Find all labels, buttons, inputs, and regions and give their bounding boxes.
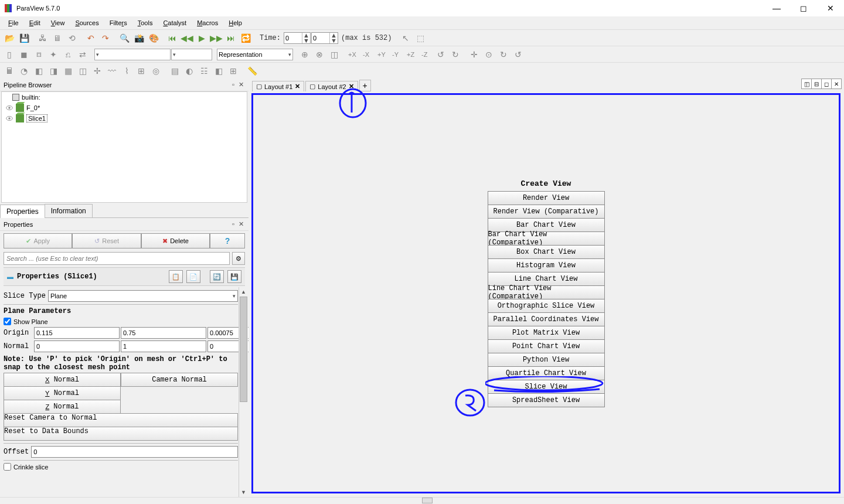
reload-props-icon[interactable]: 🔄: [210, 270, 224, 283]
menu-catalyst[interactable]: Catalyst: [158, 18, 191, 28]
origin-x-input[interactable]: [34, 327, 120, 339]
time-value-spinner[interactable]: ▲▼: [284, 32, 311, 44]
mesh-icon[interactable]: ⊞: [226, 64, 240, 78]
offset-input[interactable]: [31, 446, 238, 458]
close-button[interactable]: ✕: [817, 0, 844, 16]
vcr-back-icon[interactable]: ◀◀: [180, 31, 194, 45]
split-h-icon[interactable]: ◫: [801, 79, 812, 89]
select-points-icon[interactable]: ↖: [399, 31, 413, 45]
reset-camera-icon[interactable]: ⊕: [298, 47, 312, 62]
vcr-first-icon[interactable]: ⏮: [165, 31, 179, 45]
find-data-icon[interactable]: 🔍: [117, 31, 131, 45]
save-props-icon[interactable]: 💾: [227, 270, 241, 283]
minus-z-icon[interactable]: -Z: [419, 47, 433, 62]
stream-icon[interactable]: 〰: [105, 64, 119, 78]
menu-view[interactable]: View: [46, 18, 70, 28]
settings-gear-icon[interactable]: ⚙: [232, 252, 245, 265]
view-btn-quartile[interactable]: Quartile Chart View: [488, 366, 605, 380]
viewport[interactable]: Create View Render View Render View (Com…: [251, 93, 840, 493]
properties-float-icon[interactable]: ▫: [232, 220, 236, 227]
copy-icon[interactable]: 📋: [169, 270, 183, 283]
pipeline-item-f0[interactable]: F_0*: [2, 103, 247, 113]
pipeline-item-builtin[interactable]: builtin:: [2, 92, 247, 103]
reset-center-icon[interactable]: ⊙: [482, 47, 496, 62]
layout1-close-icon[interactable]: ✕: [295, 83, 300, 90]
slice-icon[interactable]: ◨: [46, 64, 60, 78]
zoom-to-data-icon[interactable]: ⊗: [312, 47, 326, 62]
origin-y-input[interactable]: [121, 327, 206, 339]
tool-b-icon[interactable]: ⇄: [76, 47, 90, 62]
minimize-button[interactable]: ―: [763, 0, 790, 16]
properties-scroll[interactable]: Slice Type Plane Plane Parameters Show P…: [0, 287, 249, 497]
vcr-fwd-icon[interactable]: ▶▶: [209, 31, 223, 45]
clip-icon[interactable]: ◧: [32, 64, 46, 78]
group-icon[interactable]: ⊞: [134, 64, 148, 78]
menu-file[interactable]: File: [4, 18, 23, 28]
component-combo[interactable]: [171, 49, 212, 60]
time-index-spinner[interactable]: ▲▼: [311, 32, 338, 44]
menu-sources[interactable]: Sources: [70, 18, 103, 28]
pipeline-item-slice[interactable]: Slice1: [2, 113, 247, 124]
redo-icon[interactable]: ↷: [98, 31, 113, 45]
pipeline-float-icon[interactable]: ▫: [232, 81, 236, 88]
disconnect-icon[interactable]: 🖥: [50, 31, 64, 45]
rot-cw-icon[interactable]: ↻: [448, 47, 462, 62]
connect-icon[interactable]: 🖧: [36, 31, 50, 45]
view-btn-python[interactable]: Python View: [488, 353, 605, 367]
view-btn-histogram[interactable]: Histogram View: [488, 258, 605, 273]
view-btn-render[interactable]: Render View: [488, 191, 605, 205]
pipeline-close-icon[interactable]: ✕: [239, 81, 245, 88]
view-btn-render-comp[interactable]: Render View (Comparative): [488, 205, 605, 219]
screenshot-icon[interactable]: 📸: [132, 31, 146, 45]
undo-icon[interactable]: ↶: [84, 31, 98, 45]
properties-section-header[interactable]: ▬ Properties (Slice1) 📋 📄 🔄 💾: [4, 267, 245, 286]
plus-y-icon[interactable]: +Y: [375, 47, 389, 62]
glyph2-icon[interactable]: ✢: [90, 64, 104, 78]
menu-filters[interactable]: Filters: [105, 18, 132, 28]
menu-edit[interactable]: Edit: [25, 18, 45, 28]
layout2-close-icon[interactable]: ✕: [349, 83, 354, 90]
splitter-grip[interactable]: [422, 498, 433, 503]
rotate-a-icon[interactable]: ↻: [496, 47, 511, 62]
close-view-icon[interactable]: ✕: [831, 79, 842, 89]
apply-button[interactable]: ✔Apply: [4, 233, 72, 248]
outline-icon[interactable]: ▯: [2, 47, 16, 62]
contour-icon[interactable]: ◔: [17, 64, 31, 78]
show-plane-checkbox[interactable]: Show Plane: [4, 318, 238, 325]
vcr-loop-icon[interactable]: 🔁: [239, 31, 253, 45]
x-normal-button[interactable]: X Normal: [4, 373, 121, 387]
legend-icon[interactable]: ☷: [197, 64, 211, 78]
help-button[interactable]: ?: [210, 233, 245, 248]
vcr-last-icon[interactable]: ⏭: [224, 31, 238, 45]
visibility-icon[interactable]: [5, 104, 13, 112]
split-v-icon[interactable]: ⊟: [811, 79, 822, 89]
view-btn-plotmatrix[interactable]: Plot Matrix View: [488, 326, 605, 340]
add-layout-button[interactable]: +: [359, 80, 371, 91]
view-btn-bar-comp[interactable]: Bar Chart View (Comparative): [488, 231, 605, 246]
view-btn-ortho[interactable]: Orthographic Slice View: [488, 299, 605, 313]
rotate-b-icon[interactable]: ↺: [511, 47, 525, 62]
view-btn-line-comp[interactable]: Line Chart View (Comparative): [488, 285, 605, 299]
minus-y-icon[interactable]: -Y: [390, 47, 404, 62]
scalar-icon[interactable]: ◧: [212, 64, 226, 78]
select-cells-icon[interactable]: ⬚: [413, 31, 427, 45]
layout-tab-1[interactable]: ▢ Layout #1 ✕: [252, 81, 304, 91]
camera-normal-button[interactable]: Camera Normal: [121, 373, 238, 387]
y-normal-button[interactable]: Y Normal: [4, 386, 121, 400]
vcr-play-icon[interactable]: ▶: [195, 31, 209, 45]
plus-z-icon[interactable]: +Z: [404, 47, 418, 62]
search-input[interactable]: [4, 252, 230, 265]
properties-close-icon[interactable]: ✕: [239, 220, 245, 227]
paste-icon[interactable]: 📄: [186, 270, 200, 283]
reload-icon[interactable]: ⟲: [65, 31, 79, 45]
maximize-view-icon[interactable]: ◻: [821, 79, 832, 89]
glyph-icon[interactable]: ✦: [46, 47, 60, 62]
wireframe-icon[interactable]: ⧈: [32, 47, 46, 62]
view-btn-box[interactable]: Box Chart View: [488, 245, 605, 259]
menu-tools[interactable]: Tools: [133, 18, 158, 28]
view-btn-spreadsheet[interactable]: SpreadSheet View: [488, 393, 605, 407]
save-icon[interactable]: 💾: [17, 31, 31, 45]
array-combo[interactable]: [94, 49, 171, 60]
pick-center-icon[interactable]: ✛: [467, 47, 481, 62]
rescale-icon[interactable]: ◐: [182, 64, 196, 78]
